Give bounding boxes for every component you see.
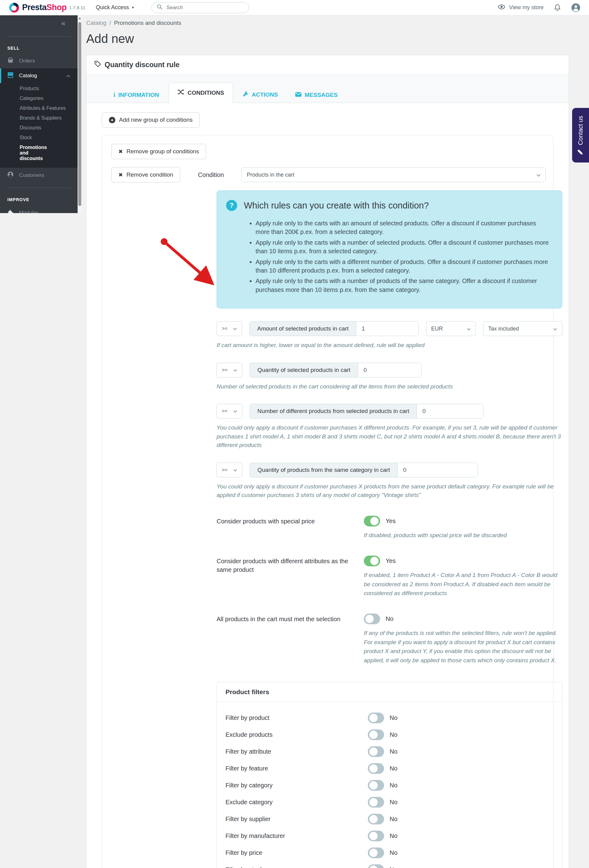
sidebar-item-categories[interactable]: Categories [0, 93, 78, 103]
exclude-products-toggle[interactable] [368, 729, 384, 740]
breadcrumb-catalog[interactable]: Catalog [86, 20, 107, 27]
toggle-label: Consider products with special price [217, 516, 364, 540]
amount-operator-select[interactable]: >= [217, 321, 242, 336]
attributes-toggle[interactable] [364, 555, 380, 566]
remove-condition-button[interactable]: ✖ Remove condition [111, 167, 180, 182]
sidebar-item-promotions-and-discounts[interactable]: Promotions and discounts [0, 143, 58, 164]
sidebar-item-catalog[interactable]: Catalog [0, 68, 78, 83]
toggle-state: Yes [386, 557, 396, 564]
filter-by-attribute-toggle[interactable] [368, 746, 384, 757]
sidebar-collapse-button[interactable]: « [0, 15, 78, 31]
notifications-bell-icon[interactable] [554, 4, 561, 11]
info-bullet: Apply rule only to the carts with a diff… [256, 258, 552, 275]
breadcrumb-separator: / [110, 20, 111, 27]
scrollbar-up-arrow-icon[interactable] [78, 17, 81, 19]
quantity-input-group: Quantity of selected products in cart [250, 363, 422, 378]
account-icon[interactable] [571, 3, 580, 12]
remove-group-of-conditions-button[interactable]: ✖ Remove group of conditions [111, 144, 206, 159]
question-circle-icon: ? [226, 200, 237, 211]
condition-label: Condition [198, 171, 227, 179]
plus-circle-icon: + [109, 117, 115, 123]
chevron-down-icon [234, 408, 237, 414]
product-filters-panel: Product filters Filter by product No Exc… [217, 682, 562, 868]
top-bar: PrestaShop 1.7.8.11 Quick Access ▼ View … [0, 0, 589, 15]
tax-select[interactable]: Tax included [483, 321, 562, 336]
filter-row-exclude-products: Exclude products No [225, 729, 553, 740]
quantity-input-label: Quantity of selected products in cart [250, 363, 358, 377]
sidebar-scrollbar[interactable] [78, 15, 82, 213]
toggle-label: Consider products with different attribu… [217, 555, 364, 598]
tab-actions[interactable]: ACTIONS [235, 87, 285, 103]
basket-icon [7, 58, 13, 65]
main-content: Catalog / Promotions and discounts Add n… [86, 15, 569, 868]
filter-by-supplier-toggle[interactable] [368, 814, 384, 824]
contact-us-tab[interactable]: Contact us [572, 108, 589, 162]
card-header: Quantity discount rule [86, 55, 569, 75]
filter-row-supplier: Filter by supplier No [225, 814, 553, 824]
condition-fields: ? Which rules can you create with this c… [217, 190, 562, 665]
tab-information[interactable]: i INFORMATION [106, 87, 166, 103]
wrench-icon [243, 91, 249, 99]
search-input[interactable] [166, 4, 237, 11]
amount-input-group: Amount of selected products in cart [249, 321, 419, 336]
toggle-help-text: If enabled, 1 item Product A - Color A a… [364, 571, 560, 598]
info-box: ? Which rules can you create with this c… [217, 190, 562, 309]
shuffle-icon [178, 89, 184, 96]
filter-by-manufacturer-toggle[interactable] [368, 831, 384, 841]
sidebar-item-products[interactable]: Products [0, 84, 78, 93]
sidebar-item-attributes-features[interactable]: Attributes & Features [0, 103, 78, 113]
sidebar-item-discounts[interactable]: Discounts [0, 123, 78, 133]
scrollbar-thumb[interactable] [78, 22, 81, 206]
different-products-condition-row: >= Number of different products from sel… [217, 404, 562, 419]
all-products-toggle-row: All products in the cart must met the se… [217, 614, 562, 665]
filter-by-stock-toggle[interactable] [368, 864, 384, 868]
chevron-up-icon [66, 73, 70, 79]
pencil-icon [577, 149, 585, 155]
sidebar-item-stock[interactable]: Stock [0, 133, 78, 143]
filter-by-product-toggle[interactable] [368, 713, 384, 723]
breadcrumb-current: Promotions and discounts [114, 20, 181, 27]
prestashop-logo[interactable]: PrestaShop [9, 3, 67, 13]
tab-conditions[interactable]: CONDITIONS [169, 83, 233, 103]
chevron-down-icon [553, 326, 557, 332]
all-products-toggle[interactable] [364, 614, 380, 624]
different-products-operator-select[interactable]: >= [217, 404, 242, 419]
toggle-label: All products in the cart must met the se… [217, 614, 364, 665]
quick-access-menu[interactable]: Quick Access ▼ [96, 4, 135, 11]
add-new-group-of-conditions-button[interactable]: + Add new group of conditions [102, 112, 200, 127]
x-icon: ✖ [118, 172, 123, 178]
same-category-operator-select[interactable]: >= [217, 463, 242, 477]
filter-by-price-toggle[interactable] [368, 847, 384, 858]
sidebar: « SELL Orders Catalog Products Catego [0, 15, 78, 213]
filter-by-category-toggle[interactable] [368, 780, 384, 791]
different-products-input[interactable] [417, 404, 483, 418]
quantity-operator-select[interactable]: >= [217, 363, 242, 378]
info-box-title: Which rules can you create with this con… [244, 201, 429, 211]
special-price-toggle[interactable] [364, 516, 380, 527]
product-filters-title: Product filters [217, 682, 562, 702]
filter-row-feature: Filter by feature No [225, 763, 553, 774]
sidebar-item-modules[interactable]: Modules [0, 205, 78, 213]
sidebar-item-orders[interactable]: Orders [0, 54, 78, 68]
sidebar-divider [7, 187, 71, 188]
sidebar-item-brands-suppliers[interactable]: Brands & Suppliers [0, 113, 78, 123]
info-icon: i [114, 92, 115, 99]
same-category-input[interactable] [398, 463, 478, 477]
search-bar[interactable] [151, 2, 249, 13]
amount-input[interactable] [356, 322, 419, 336]
quantity-input[interactable] [358, 363, 421, 377]
condition-type-select[interactable]: Products in the cart [241, 167, 546, 182]
currency-select[interactable]: EUR [426, 321, 476, 336]
toggle-state: Yes [386, 518, 396, 525]
exclude-category-toggle[interactable] [368, 797, 384, 807]
view-my-store-link[interactable]: View my store [498, 4, 544, 11]
version-label: 1.7.8.11 [69, 5, 85, 10]
sidebar-heading-improve: IMPROVE [0, 193, 78, 205]
filter-by-feature-toggle[interactable] [368, 763, 384, 774]
condition-select-row: ✖ Remove condition Condition Products in… [111, 167, 546, 182]
sidebar-item-customers[interactable]: Customers [0, 168, 78, 183]
x-icon: ✖ [118, 148, 123, 155]
tab-messages[interactable]: MESSAGES [288, 87, 345, 103]
toggle-help-text: If disabled, products with special price… [364, 531, 507, 540]
sidebar-group-catalog: Catalog Products Categories Attributes &… [0, 68, 78, 168]
